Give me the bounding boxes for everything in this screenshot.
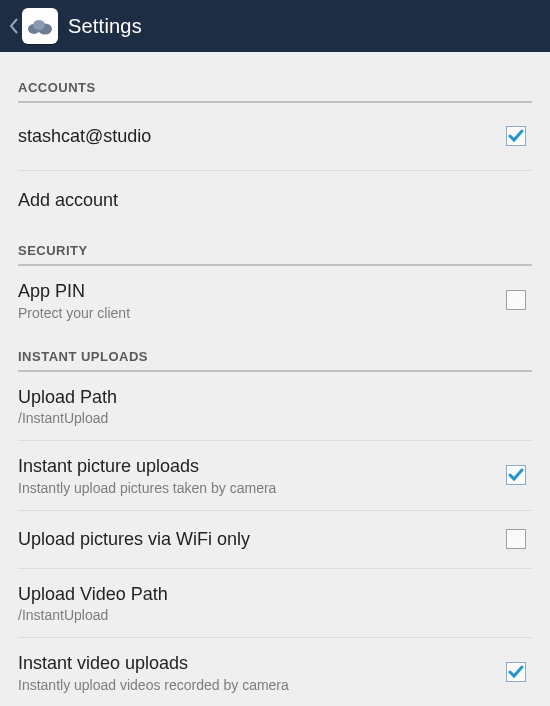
account-name: stashcat@studio	[18, 125, 151, 148]
owncloud-icon[interactable]	[22, 8, 58, 44]
upload-path-title: Upload Path	[18, 386, 117, 409]
instant-video-title: Instant video uploads	[18, 652, 289, 675]
instant-picture-row[interactable]: Instant picture uploads Instantly upload…	[18, 441, 532, 511]
picture-wifi-checkbox[interactable]	[506, 529, 526, 549]
account-row[interactable]: stashcat@studio	[18, 103, 532, 171]
section-security-header: SECURITY	[18, 229, 532, 266]
back-button[interactable]	[6, 0, 22, 52]
instant-video-sub: Instantly upload videos recorded by came…	[18, 677, 289, 693]
instant-picture-title: Instant picture uploads	[18, 455, 276, 478]
section-instant-header: INSTANT UPLOADS	[18, 335, 532, 372]
video-path-row[interactable]: Upload Video Path /InstantUpload	[18, 569, 532, 639]
instant-video-row[interactable]: Instant video uploads Instantly upload v…	[18, 638, 532, 706]
svg-point-2	[33, 20, 45, 30]
instant-picture-checkbox[interactable]	[506, 465, 526, 485]
instant-picture-sub: Instantly upload pictures taken by camer…	[18, 480, 276, 496]
upload-path-row[interactable]: Upload Path /InstantUpload	[18, 372, 532, 442]
picture-wifi-row[interactable]: Upload pictures via WiFi only	[18, 511, 532, 569]
app-pin-checkbox[interactable]	[506, 290, 526, 310]
settings-content: ACCOUNTS stashcat@studio Add account SEC…	[0, 52, 550, 706]
page-title: Settings	[68, 15, 142, 38]
instant-video-checkbox[interactable]	[506, 662, 526, 682]
video-path-title: Upload Video Path	[18, 583, 168, 606]
add-account-label: Add account	[18, 189, 118, 212]
app-pin-sub: Protect your client	[18, 305, 130, 321]
video-path-sub: /InstantUpload	[18, 607, 168, 623]
app-header: Settings	[0, 0, 550, 52]
section-accounts-header: ACCOUNTS	[18, 52, 532, 103]
account-checkbox[interactable]	[506, 126, 526, 146]
app-pin-title: App PIN	[18, 280, 130, 303]
add-account-row[interactable]: Add account	[18, 171, 532, 230]
app-pin-row[interactable]: App PIN Protect your client	[18, 266, 532, 335]
upload-path-sub: /InstantUpload	[18, 410, 117, 426]
picture-wifi-title: Upload pictures via WiFi only	[18, 528, 250, 551]
